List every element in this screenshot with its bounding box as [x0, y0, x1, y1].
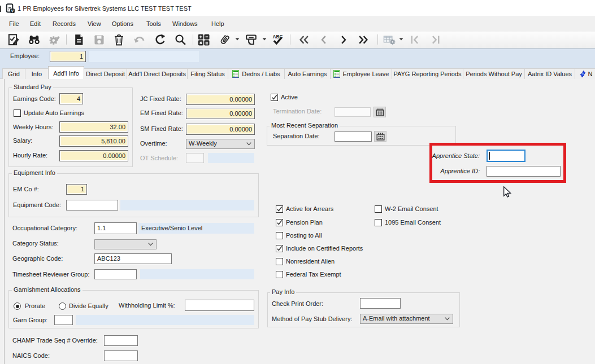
svg-text:V: V [11, 9, 14, 13]
